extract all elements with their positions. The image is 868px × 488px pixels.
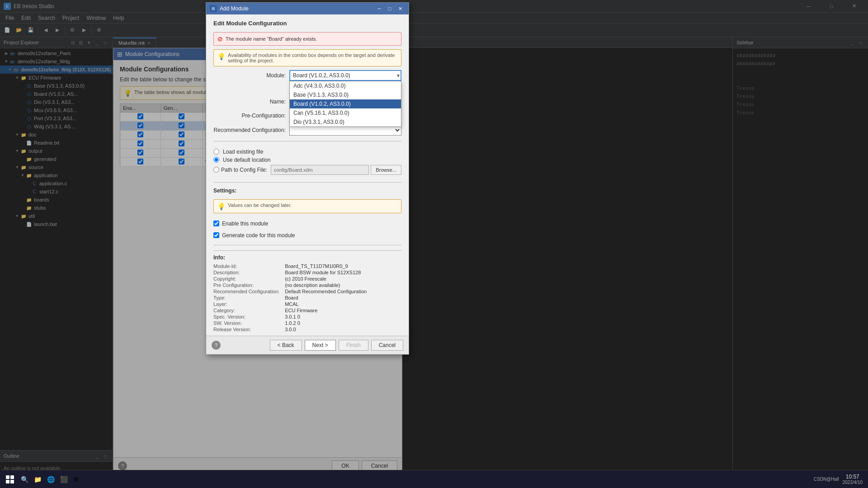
location-options: Load existing file Use default location … bbox=[213, 147, 401, 177]
info-grid: Module-Id: Board_TS_T11D7M1I0R0_9 Descri… bbox=[213, 263, 401, 332]
name-label: Name: bbox=[213, 99, 286, 105]
taskbar-browser-icon: 🌐 bbox=[47, 476, 55, 483]
taskbar-date: 2022/4/10 bbox=[843, 480, 863, 485]
taskbar-system-text: CSDN@Hall bbox=[814, 477, 839, 482]
info-val-module-id: Board_TS_T11D7M1I0R0_9 bbox=[285, 263, 401, 269]
dropdown-label-base: Base (V3.1.3, AS3.0.0) bbox=[293, 92, 349, 98]
info-key-pre-config: Pre Configuration: bbox=[213, 282, 279, 288]
taskbar: 🔍 📁 🌐 ⬛ ⚙ CSDN@Hall 10:57 2022/4/10 bbox=[0, 470, 868, 488]
info-section: Info: Module-Id: Board_TS_T11D7M1I0R0_9 … bbox=[213, 250, 401, 332]
error-text: The module name "Board" already exists. bbox=[226, 36, 317, 42]
dropdown-label-board: Board (V1.0.2, AS3.0.0) bbox=[293, 101, 351, 107]
dialog-help-button[interactable]: ? bbox=[212, 341, 221, 350]
enable-checkbox-row: Enable this module bbox=[213, 220, 401, 228]
dialog-section-title: Edit Module Configuration bbox=[213, 20, 401, 27]
info-key-spec-version: Spec. Version: bbox=[213, 314, 279, 319]
use-default-radio[interactable] bbox=[213, 157, 219, 163]
taskbar-files-icon: 📁 bbox=[34, 476, 42, 483]
dialog-action-buttons: < Back Next > Finish Cancel bbox=[270, 340, 403, 351]
settings-title: Settings: bbox=[213, 188, 401, 194]
dropdown-label-dio: Dio (V3.3.1, AS3.0.0) bbox=[293, 119, 344, 125]
info-bar: 💡 Availability of modules in the combo b… bbox=[213, 49, 401, 66]
path-row: Path to Config File: Browse... bbox=[213, 165, 401, 175]
info-val-copyright: (c) 2010 Freescale bbox=[285, 276, 401, 282]
enable-module-checkbox[interactable] bbox=[213, 221, 219, 226]
info-val-sw-version: 1.0.2 0 bbox=[285, 320, 401, 326]
taskbar-files[interactable]: 📁 bbox=[31, 471, 44, 488]
dialog-body: Edit Module Configuration ⊘ The module n… bbox=[206, 14, 409, 336]
module-select-wrapper: Board (V1.0.2, AS3.0.0) ▼ Adc (V4.3.0, A… bbox=[289, 70, 401, 81]
info-val-release-version: 3.0.0 bbox=[285, 327, 401, 332]
module-select-display[interactable]: Board (V1.0.2, AS3.0.0) ▼ bbox=[289, 70, 401, 81]
info-key-sw-version: SW. Version: bbox=[213, 320, 279, 326]
generate-code-checkbox[interactable] bbox=[213, 232, 219, 238]
info-val-pre-config: (no description available) bbox=[285, 282, 401, 288]
back-button[interactable]: < Back bbox=[270, 340, 302, 351]
info-key-layer: Layer: bbox=[213, 301, 279, 307]
modal-overlay bbox=[0, 0, 868, 488]
select-arrow-icon: ▼ bbox=[396, 73, 401, 78]
use-default-row: Use default location bbox=[213, 157, 401, 163]
info-key-rec-config: Recommended Configuration: bbox=[213, 289, 279, 294]
path-label: Path to Config File: bbox=[221, 167, 267, 173]
dialog-maximize-button[interactable]: □ bbox=[385, 4, 395, 14]
module-dropdown-list: Adc (V4.3.0, AS3.0.0) Base (V3.1.3, AS3.… bbox=[289, 81, 401, 127]
dialog-close-button[interactable]: ✕ bbox=[395, 4, 405, 14]
add-module-dialog: ⊞ Add Module ─ □ ✕ Edit Module Configura… bbox=[206, 2, 409, 355]
info-key-type: Type: bbox=[213, 295, 279, 300]
load-existing-label: Load existing file bbox=[223, 149, 263, 155]
taskbar-terminal[interactable]: ⬛ bbox=[57, 471, 71, 488]
path-radio[interactable] bbox=[213, 167, 219, 173]
dialog-bottom: ? < Back Next > Finish Cancel bbox=[206, 336, 409, 354]
info-key-category: Category: bbox=[213, 308, 279, 313]
finish-button[interactable]: Finish bbox=[339, 340, 368, 351]
dropdown-label-adc: Adc (V4.3.0, AS3.0.0) bbox=[293, 83, 345, 89]
dropdown-item-base[interactable]: Base (V3.1.3, AS3.0.0) bbox=[290, 90, 401, 99]
dropdown-item-adc[interactable]: Adc (V4.3.0, AS3.0.0) bbox=[290, 81, 401, 90]
load-existing-radio[interactable] bbox=[213, 149, 219, 155]
info-val-rec-config: Default Recommended Configuration bbox=[285, 289, 401, 294]
info-key-release-version: Release Version: bbox=[213, 327, 279, 332]
error-icon: ⊘ bbox=[217, 35, 223, 42]
dropdown-item-can[interactable]: Can (V5.16.1, AS3.0.0) bbox=[290, 108, 401, 117]
use-default-label: Use default location bbox=[223, 157, 270, 163]
module-selected-value: Board (V1.0.2, AS3.0.0) bbox=[293, 72, 350, 79]
dialog-title-icon: ⊞ bbox=[210, 5, 217, 12]
info-val-type: Board bbox=[285, 295, 401, 300]
taskbar-search-icon: 🔍 bbox=[21, 476, 28, 483]
browse-button[interactable]: Browse... bbox=[371, 165, 401, 175]
settings-info-bar: 💡 Values can be changed later. bbox=[213, 199, 401, 213]
taskbar-clock: 10:57 2022/4/10 bbox=[843, 474, 863, 485]
info-text: Availability of modules in the combo box… bbox=[228, 52, 397, 63]
dialog-title-text: Add Module bbox=[220, 5, 374, 12]
dialog-cancel-button[interactable]: Cancel bbox=[371, 340, 403, 351]
next-button[interactable]: Next > bbox=[305, 340, 336, 351]
dropdown-item-board[interactable]: Board (V1.0.2, AS3.0.0) bbox=[290, 99, 401, 108]
taskbar-time: 10:57 bbox=[846, 474, 859, 480]
info-val-layer: MCAL bbox=[285, 301, 401, 307]
windows-icon bbox=[6, 475, 14, 483]
pre-config-label: Pre-Configuration: bbox=[213, 113, 286, 119]
taskbar-tresos-icon: ⚙ bbox=[73, 476, 79, 483]
info-key-module-id: Module-Id: bbox=[213, 263, 279, 269]
settings-info-icon: 💡 bbox=[217, 203, 225, 210]
start-button[interactable] bbox=[2, 471, 18, 488]
dialog-titlebar: ⊞ Add Module ─ □ ✕ bbox=[206, 3, 409, 14]
module-form-row: Module: Board (V1.0.2, AS3.0.0) ▼ Adc (V… bbox=[213, 70, 401, 81]
dialog-win-controls: ─ □ ✕ bbox=[374, 4, 405, 14]
taskbar-tresos[interactable]: ⚙ bbox=[71, 471, 82, 488]
dialog-minimize-button[interactable]: ─ bbox=[374, 4, 384, 14]
info-val-desc: Board BSW module for S12XS128 bbox=[285, 270, 401, 275]
taskbar-search[interactable]: 🔍 bbox=[18, 471, 31, 488]
dropdown-label-can: Can (V5.16.1, AS3.0.0) bbox=[293, 110, 349, 116]
info-val-spec-version: 3.0.1 0 bbox=[285, 314, 401, 319]
generate-code-label: Generate code for this module bbox=[222, 232, 295, 239]
warn-icon: 💡 bbox=[217, 53, 225, 60]
info-key-desc: Description: bbox=[213, 270, 279, 275]
dropdown-item-dio[interactable]: Dio (V3.3.1, AS3.0.0) bbox=[290, 117, 401, 127]
path-input[interactable] bbox=[271, 165, 369, 175]
load-existing-row: Load existing file bbox=[213, 149, 401, 155]
taskbar-browser[interactable]: 🌐 bbox=[44, 471, 57, 488]
enable-module-label: Enable this module bbox=[222, 221, 268, 227]
module-label: Module: bbox=[213, 72, 286, 79]
